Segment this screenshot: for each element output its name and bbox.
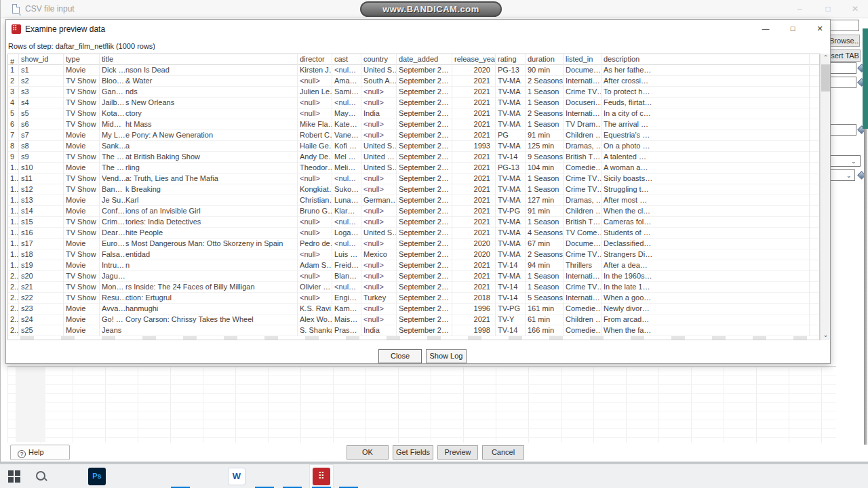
- cell-show_id: s12: [19, 184, 64, 195]
- column-header-date_added[interactable]: date_added: [397, 54, 452, 65]
- cell-type: Movie: [64, 239, 100, 249]
- table-row[interactable]: 2..s20TV ShowJagu…<null>Blan…<null>Septe…: [8, 271, 819, 282]
- table-row[interactable]: 8s8MovieSank…aHaile Ge…Kofi …United S…Se…: [8, 141, 819, 152]
- cell-duration: 2 Seasons: [526, 108, 564, 119]
- table-row[interactable]: 1..s14MovieConf…ions of an Invisible Gir…: [8, 206, 819, 217]
- main-maximize-button[interactable]: □: [818, 3, 838, 16]
- table-row[interactable]: 2..s25MovieJeansS. ShankarPras…IndiaSept…: [8, 325, 819, 336]
- cell-title: Jagu…: [100, 271, 298, 282]
- cancel-button[interactable]: Cancel: [482, 445, 524, 460]
- column-header-#[interactable]: ˆ#: [8, 54, 19, 65]
- cell-#: 1..: [8, 249, 19, 260]
- table-row[interactable]: 2..s24MovieGo! …Cory Carson: Chrissy Tak…: [8, 314, 819, 325]
- main-close-button[interactable]: ✕: [845, 3, 865, 16]
- table-row[interactable]: 1..s19MovieIntru…nAdam S…Freid…<null>Sep…: [8, 260, 819, 271]
- dialog-maximize-button[interactable]: □: [783, 23, 803, 35]
- spoon-pdi-icon[interactable]: ⠿: [313, 468, 330, 485]
- cell-country: <null>: [361, 130, 397, 141]
- cell-cast: <nul…: [332, 98, 361, 108]
- task-view-icon[interactable]: [60, 485, 77, 488]
- cell-director: Olivier …: [298, 282, 332, 293]
- ok-button[interactable]: OK: [347, 445, 389, 460]
- cell-#: 2..: [8, 293, 19, 304]
- cell-country: India: [361, 325, 397, 336]
- table-row[interactable]: 2..s22TV ShowResu…ction: Ertugrul<null>E…: [8, 293, 819, 304]
- cell-rating: TV-14: [496, 152, 526, 163]
- column-header-description[interactable]: description: [601, 54, 810, 65]
- table-row[interactable]: 9s9TV ShowThe …at British Baking ShowAnd…: [8, 152, 819, 163]
- cell-director: Alex Wo…: [298, 314, 332, 325]
- cell-rating: TV-MA: [496, 271, 526, 282]
- vertical-scrollbar[interactable]: ⌃ ⌄: [820, 54, 830, 340]
- cell-release_year: 2021: [452, 87, 496, 98]
- cell-description: Students of …: [601, 228, 810, 239]
- table-row[interactable]: 1..s18TV ShowFalsa…entidad<null>Luis …Me…: [8, 249, 819, 260]
- cell-date_added: September 2…: [397, 314, 452, 325]
- table-row[interactable]: 1..s12TV ShowBan…k BreakingKongkiat…Suko…: [8, 184, 819, 195]
- cell-rating: TV-MA: [496, 141, 526, 152]
- table-row[interactable]: 1..s10MovieThe …rlingTheodor…Meli…United…: [8, 163, 819, 174]
- table-row[interactable]: 3s3TV ShowGan…ndsJulien Le…Sami…<null>Se…: [8, 87, 819, 98]
- cell-description: When a goo…: [601, 293, 810, 304]
- cell-release_year: 2021: [452, 174, 496, 184]
- close-button[interactable]: Close: [378, 349, 422, 363]
- column-header-director[interactable]: director: [298, 54, 332, 65]
- main-minimize-button[interactable]: –: [789, 3, 810, 16]
- table-row[interactable]: 1..s16TV ShowDear…hite People<null>Loga……: [8, 228, 819, 239]
- dialog-minimize-button[interactable]: —: [755, 23, 776, 35]
- cell-country: United S…: [361, 141, 397, 152]
- table-row[interactable]: 2s2TV ShowBloo…& Water<null>Ama…South A……: [8, 76, 819, 87]
- scroll-up-icon[interactable]: ⌃: [821, 54, 831, 63]
- table-row[interactable]: 2..s21TV ShowMon…rs Inside: The 24 Faces…: [8, 282, 819, 293]
- table-row[interactable]: 1s1MovieDick …nson Is DeadKirsten J…<nul…: [8, 65, 819, 76]
- cell-release_year: 2021: [452, 130, 496, 141]
- column-header-country[interactable]: country: [361, 54, 397, 65]
- table-row[interactable]: 4s4TV ShowJailb…s New Orleans<null><nul……: [8, 98, 819, 108]
- cell-title: Intru…n: [100, 260, 298, 271]
- cell-rating: PG: [496, 130, 526, 141]
- table-row[interactable]: 1..s13MovieJe Su…KarlChristian…Luna…Germ…: [8, 195, 819, 206]
- cell-listed_in: Docume…: [564, 65, 601, 76]
- cell-country: <null>: [361, 98, 397, 108]
- table-row[interactable]: 5s5TV ShowKota…ctory<null>May…IndiaSepte…: [8, 108, 819, 119]
- scrollbar-thumb[interactable]: [821, 64, 830, 92]
- cell-duration: 127 min: [526, 195, 564, 206]
- column-header-listed_in[interactable]: listed_in: [564, 54, 601, 65]
- cell-show_id: s23: [19, 304, 64, 314]
- cell-#: 2..: [8, 314, 19, 325]
- scroll-down-icon[interactable]: ⌄: [821, 331, 831, 340]
- table-row[interactable]: 7s7MovieMy L…e Pony: A New GenerationRob…: [8, 130, 819, 141]
- table-row[interactable]: 6s6TV ShowMid…ht MassMike Fla…Kate…<null…: [8, 119, 819, 130]
- cell-release_year: 2021: [452, 260, 496, 271]
- search-icon[interactable]: [33, 468, 50, 485]
- start-icon[interactable]: [5, 468, 23, 485]
- cell-duration: 104 min: [526, 163, 564, 174]
- show-log-button[interactable]: Show Log: [426, 349, 467, 363]
- column-header-title[interactable]: title: [100, 54, 298, 65]
- column-header-cast[interactable]: cast: [332, 54, 361, 65]
- cell-cast: Blan…: [332, 271, 361, 282]
- table-row[interactable]: 1..s17MovieEuro…s Most Dangerous Man: Ot…: [8, 239, 819, 249]
- cell-#: 1..: [8, 206, 19, 217]
- table-row[interactable]: 1..s11TV ShowVend…a: Truth, Lies and The…: [8, 174, 819, 184]
- column-header-release_year[interactable]: release_year: [452, 54, 496, 65]
- column-header-duration[interactable]: duration: [526, 54, 564, 65]
- get-fields-button[interactable]: Get Fields: [393, 445, 433, 460]
- preview-button[interactable]: Preview: [437, 445, 478, 460]
- cell-release_year: 2021: [452, 152, 496, 163]
- cell-director: S. Shankar: [298, 325, 332, 336]
- photoshop-icon[interactable]: Ps: [88, 468, 106, 485]
- cell-release_year: 2021: [452, 163, 496, 174]
- cell-rating: TV-14: [496, 260, 526, 271]
- cell-rating: PG-13: [496, 163, 526, 174]
- column-header-show_id[interactable]: show_id: [19, 54, 64, 65]
- table-row[interactable]: 2..s23MovieAvva…hanmughiK.S. Ravi…Kam…<n…: [8, 304, 819, 314]
- help-button[interactable]: ?Help: [10, 445, 70, 460]
- cell-release_year: 2021: [452, 271, 496, 282]
- column-header-type[interactable]: type: [64, 54, 100, 65]
- word-app-icon[interactable]: W: [228, 468, 245, 485]
- dialog-close-icon-button[interactable]: ✕: [810, 23, 830, 35]
- browse-button[interactable]: Browse...: [829, 35, 860, 47]
- column-header-rating[interactable]: rating: [496, 54, 526, 65]
- table-row[interactable]: 1..s15TV ShowCrim…tories: India Detectiv…: [8, 217, 819, 228]
